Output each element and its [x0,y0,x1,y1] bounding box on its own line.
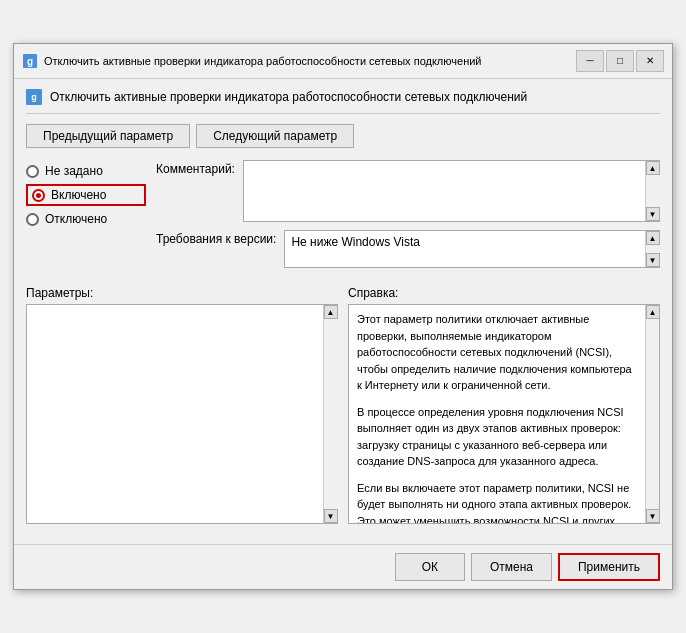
version-scroll-up[interactable]: ▲ [646,231,660,245]
version-text: Не ниже Windows Vista [291,235,420,249]
radio-disabled-label: Отключено [45,212,107,226]
maximize-icon: □ [617,55,623,66]
params-section: Параметры: ▲ ▼ [26,286,338,524]
cancel-button[interactable]: Отмена [471,553,552,581]
params-scroll-down[interactable]: ▼ [324,509,338,523]
params-content [27,305,323,523]
main-content-area: Не задано Включено Отключено Коммент [26,160,660,276]
help-paragraph-1: Этот параметр политики отключает активны… [357,311,637,394]
version-label: Требования к версии: [156,230,276,246]
help-box: Этот параметр политики отключает активны… [348,304,660,524]
radio-group: Не задано Включено Отключено [26,164,146,226]
comment-textarea-wrapper: ▲ ▼ [243,160,660,222]
radio-enabled[interactable]: Включено [26,184,146,206]
dialog-content: g Отключить активные проверки индикатора… [14,79,672,535]
help-scrollbar[interactable]: ▲ ▼ [645,305,659,523]
help-scroll-down[interactable]: ▼ [646,509,660,523]
svg-text:g: g [27,56,33,67]
window-title: Отключить активные проверки индикатора р… [44,55,482,67]
params-down-icon: ▼ [327,512,335,521]
header-icon: g [26,89,42,105]
params-scroll-up[interactable]: ▲ [324,305,338,319]
close-icon: ✕ [646,55,654,66]
version-value: Не ниже Windows Vista [285,231,645,267]
radio-disabled[interactable]: Отключено [26,212,146,226]
scroll-up-icon: ▲ [649,164,657,173]
version-row: Требования к версии: Не ниже Windows Vis… [156,230,660,268]
help-scroll-up[interactable]: ▲ [646,305,660,319]
version-scroll-up-icon: ▲ [649,234,657,243]
title-bar: g Отключить активные проверки индикатора… [14,44,672,79]
params-scroll-track[interactable] [324,319,338,509]
window-icon: g [22,53,38,69]
ok-button[interactable]: ОК [395,553,465,581]
prev-param-button[interactable]: Предыдущий параметр [26,124,190,148]
title-bar-left: g Отключить активные проверки индикатора… [22,53,482,69]
radio-enabled-label: Включено [51,188,106,202]
main-window: g Отключить активные проверки индикатора… [13,43,673,591]
help-up-icon: ▲ [649,308,657,317]
radio-not-set-input[interactable] [26,165,39,178]
bottom-sections: Параметры: ▲ ▼ Справка: [26,286,660,524]
next-param-button[interactable]: Следующий параметр [196,124,354,148]
comment-scrollbar[interactable]: ▲ ▼ [645,161,659,221]
comment-scroll-track[interactable] [646,175,660,207]
maximize-button[interactable]: □ [606,50,634,72]
radio-not-set-label: Не задано [45,164,103,178]
comment-row: Комментарий: ▲ ▼ [156,160,660,222]
version-scroll-down-icon: ▼ [649,256,657,265]
header-section: g Отключить активные проверки индикатора… [26,89,660,115]
version-scrollbar[interactable]: ▲ ▼ [645,231,659,267]
help-section: Справка: Этот параметр политики отключае… [348,286,660,524]
svg-text:g: g [31,92,37,102]
help-down-icon: ▼ [649,512,657,521]
help-text: Этот параметр политики отключает активны… [349,305,645,523]
close-button[interactable]: ✕ [636,50,664,72]
minimize-button[interactable]: ─ [576,50,604,72]
help-paragraph-3: Если вы включаете этот параметр политики… [357,480,637,524]
header-title: Отключить активные проверки индикатора р… [50,89,527,106]
radio-not-set[interactable]: Не задано [26,164,146,178]
comment-textarea[interactable] [244,161,645,221]
version-wrapper: Не ниже Windows Vista ▲ ▼ [284,230,660,268]
comment-scroll-down[interactable]: ▼ [646,207,660,221]
version-scroll-down[interactable]: ▼ [646,253,660,267]
params-up-icon: ▲ [327,308,335,317]
comment-label: Комментарий: [156,160,235,176]
scroll-down-icon: ▼ [649,210,657,219]
radio-enabled-input[interactable] [32,189,45,202]
left-panel: Не задано Включено Отключено [26,160,146,276]
help-label: Справка: [348,286,660,300]
radio-disabled-input[interactable] [26,213,39,226]
params-scrollbar[interactable]: ▲ ▼ [323,305,337,523]
help-paragraph-2: В процессе определения уровня подключени… [357,404,637,470]
version-scroll-track[interactable] [646,245,660,253]
help-scroll-track[interactable] [646,319,660,509]
apply-button[interactable]: Применить [558,553,660,581]
comment-scroll-up[interactable]: ▲ [646,161,660,175]
title-buttons: ─ □ ✕ [576,50,664,72]
footer: ОК Отмена Применить [14,544,672,589]
params-box: ▲ ▼ [26,304,338,524]
minimize-icon: ─ [586,55,593,66]
params-label: Параметры: [26,286,338,300]
right-panel: Комментарий: ▲ ▼ [156,160,660,276]
nav-buttons: Предыдущий параметр Следующий параметр [26,124,660,148]
